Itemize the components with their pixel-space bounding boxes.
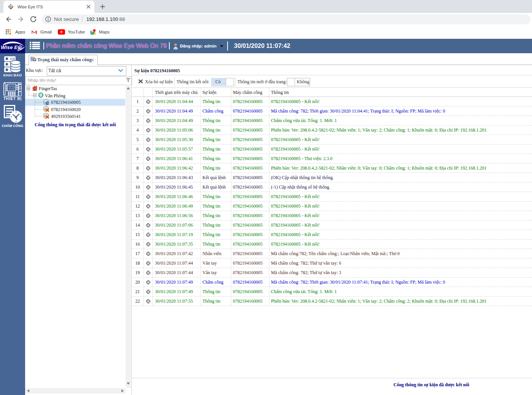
svg-text:Wise Ey: Wise Ey: [1, 44, 21, 50]
svg-text:e: e: [19, 46, 21, 50]
